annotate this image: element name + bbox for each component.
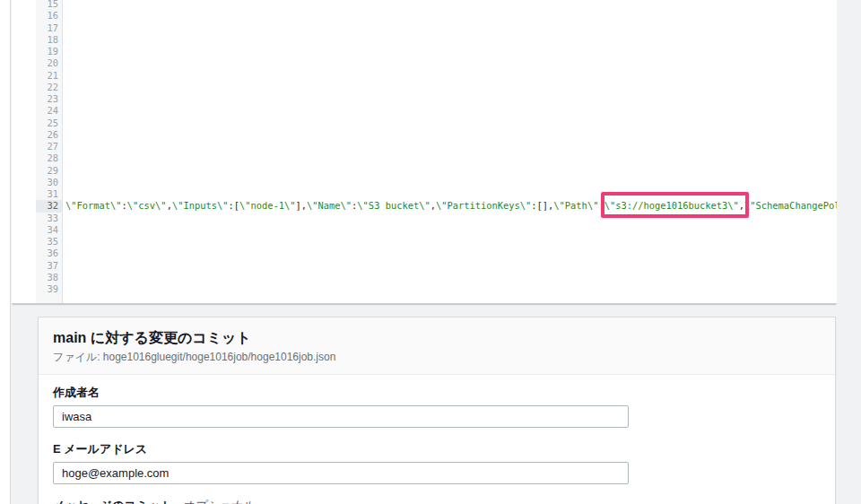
code-token: \"Name\" — [307, 200, 352, 211]
code-token: :[], — [531, 200, 553, 211]
code-line-empty[interactable] — [63, 10, 837, 22]
code-line-empty[interactable] — [63, 22, 837, 34]
code-line-empty[interactable] — [63, 260, 837, 272]
line-number: 28 — [36, 152, 62, 164]
code-line-empty[interactable] — [63, 236, 837, 248]
commit-message-label-text: メッセージのコミット — [53, 499, 172, 504]
line-number: 20 — [36, 57, 62, 69]
optional-suffix: - オプショナル — [172, 499, 254, 504]
code-token: \"SchemaChangePol — [744, 200, 837, 211]
code-line-empty[interactable] — [63, 0, 837, 10]
code-token: \ — [604, 200, 610, 211]
code-line-empty[interactable] — [63, 34, 837, 46]
commit-form: 作成者名 E メールアドレス メッセージのコミット - オプショナル — [39, 375, 835, 504]
commit-message-label: メッセージのコミット - オプショナル — [53, 499, 821, 504]
line-number: 22 — [36, 82, 62, 93]
code-token: \"PartitionKeys\" — [436, 200, 531, 211]
code-line-empty[interactable] — [63, 129, 837, 141]
line-number-gutter: 1516171819202122232425262728293031323334… — [36, 0, 63, 303]
line-number: 39 — [36, 283, 62, 295]
line-number: 31 — [36, 188, 62, 200]
code-line-empty[interactable] — [63, 224, 837, 236]
code-line-empty[interactable] — [63, 105, 837, 117]
line-number: 34 — [36, 224, 62, 236]
line-number: 15 — [36, 0, 62, 10]
line-number: 17 — [36, 22, 62, 34]
code-line-empty[interactable] — [63, 152, 837, 164]
code-token: ], — [296, 200, 308, 211]
line-number: 16 — [36, 10, 62, 22]
code-line-empty[interactable] — [63, 177, 837, 188]
line-number: 30 — [36, 177, 62, 188]
page-left-gutter — [0, 0, 11, 504]
author-name-label: 作成者名 — [53, 386, 821, 400]
code-line-empty[interactable] — [63, 141, 837, 152]
code-line[interactable]: \"Format\":\"csv\",\"Inputs\":[\"node-1\… — [63, 200, 837, 212]
line-number: 32 — [36, 200, 62, 212]
line-number: 25 — [36, 117, 62, 129]
line-number: 26 — [36, 129, 62, 141]
annotation-box: "s3://hoge1016bucket3\" — [610, 200, 739, 211]
author-name-input[interactable] — [53, 405, 629, 428]
line-number: 18 — [36, 34, 62, 46]
commit-panel-header: main に対する変更のコミット ファイル: hoge1016gluegit/h… — [39, 317, 835, 375]
code-token: \"csv\" — [127, 200, 167, 211]
code-line-empty[interactable] — [63, 117, 837, 129]
code-token: \"Inputs\" — [172, 200, 229, 211]
code-editor[interactable]: 1516171819202122232425262728293031323334… — [36, 0, 837, 303]
line-number: 37 — [36, 260, 62, 272]
code-token: \"node-1\" — [239, 200, 296, 211]
line-number: 21 — [36, 70, 62, 82]
line-number: 23 — [36, 93, 62, 105]
line-number: 27 — [36, 141, 62, 152]
code-token: \"Format\" — [65, 200, 122, 211]
code-line-empty[interactable] — [63, 82, 837, 93]
line-number: 33 — [36, 213, 62, 224]
code-line-empty[interactable] — [63, 46, 837, 57]
code-token: :[ — [228, 200, 239, 211]
file-path: ファイル: hoge1016gluegit/hoge1016job/hoge10… — [53, 351, 821, 363]
code-line-empty[interactable] — [63, 248, 837, 259]
code-content-area[interactable]: \"Format\":\"csv\",\"Inputs\":[\"node-1\… — [63, 0, 837, 303]
code-line-empty[interactable] — [63, 165, 837, 177]
code-line-empty[interactable] — [63, 57, 837, 69]
commit-panel: main に対する変更のコミット ファイル: hoge1016gluegit/h… — [38, 317, 836, 504]
code-line-empty[interactable] — [63, 283, 837, 295]
code-line-empty[interactable] — [63, 188, 837, 200]
line-number: 36 — [36, 248, 62, 259]
code-line-empty[interactable] — [63, 213, 837, 224]
email-label: E メールアドレス — [53, 442, 821, 456]
line-number: 24 — [36, 105, 62, 117]
line-number: 35 — [36, 236, 62, 248]
email-input[interactable] — [53, 462, 629, 484]
line-number: 29 — [36, 165, 62, 177]
code-line-empty[interactable] — [63, 272, 837, 283]
commit-title: main に対する変更のコミット — [53, 329, 821, 347]
code-line-empty[interactable] — [63, 93, 837, 105]
line-number: 38 — [36, 272, 62, 283]
file-editor-panel: 1516171819202122232425262728293031323334… — [12, 0, 837, 304]
code-token: \"Path\" — [553, 200, 598, 211]
code-line-empty[interactable] — [63, 70, 837, 82]
line-number: 19 — [36, 46, 62, 57]
code-token: \"S3 bucket\" — [357, 200, 430, 211]
